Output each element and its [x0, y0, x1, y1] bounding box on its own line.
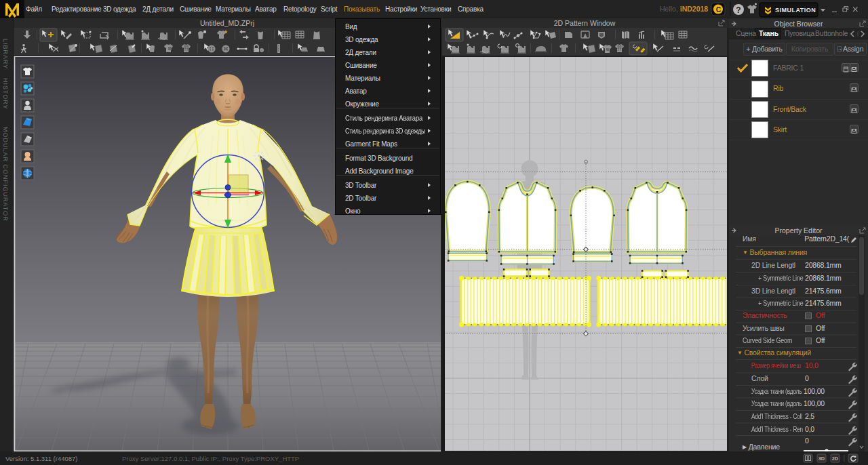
svg-text:3D: 3D	[818, 456, 825, 462]
svg-text:2D: 2D	[832, 456, 839, 462]
svg-text:C: C	[716, 5, 722, 14]
svg-text:?: ?	[736, 5, 741, 15]
svg-text:SIMULATION: SIMULATION	[775, 7, 816, 14]
